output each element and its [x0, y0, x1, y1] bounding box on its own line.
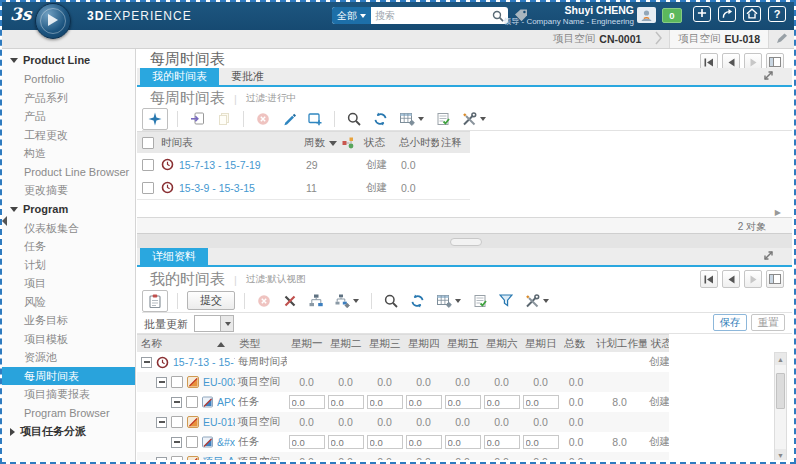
filter-button[interactable] [496, 292, 516, 309]
home-button[interactable] [743, 6, 761, 22]
column-header[interactable]: 名称 [141, 337, 162, 351]
sidebar-item[interactable]: 工程更改 [2, 126, 135, 145]
search-scope-dropdown[interactable]: 全部 [332, 7, 371, 24]
compass-button[interactable] [142, 108, 168, 130]
day-hours-input[interactable] [445, 395, 481, 409]
copy-button[interactable] [214, 110, 234, 128]
help-button[interactable]: ? [768, 6, 786, 22]
sidebar-item[interactable]: 产品 [2, 107, 135, 126]
panel-toggle-button[interactable] [766, 270, 784, 288]
row-checkbox[interactable] [171, 456, 183, 460]
share-button[interactable] [718, 6, 736, 22]
column-header[interactable]: 星期二 [330, 337, 362, 351]
checklist-button[interactable] [470, 292, 490, 310]
day-hours-input[interactable] [406, 395, 442, 409]
new-window-button[interactable] [305, 110, 325, 128]
cross-edit-button[interactable] [280, 292, 300, 310]
item-link[interactable]: EU-018 [203, 416, 235, 428]
clipboard-button[interactable] [142, 290, 168, 312]
expand-collapse-toggle[interactable] [156, 377, 167, 388]
expand-panel-icon[interactable] [763, 70, 774, 83]
structure-settings-button[interactable] [332, 292, 362, 310]
expand-collapse-toggle[interactable] [141, 357, 152, 368]
sidebar-item[interactable]: 计划 [2, 256, 135, 275]
expand-collapse-toggle[interactable] [156, 417, 167, 428]
checklist-button[interactable] [433, 110, 453, 128]
item-link[interactable]: EU-003 [203, 376, 235, 388]
day-hours-input[interactable] [523, 435, 559, 449]
delete-button[interactable] [253, 110, 273, 128]
sidebar-item[interactable]: 风险 [2, 293, 135, 312]
row-checkbox[interactable] [186, 436, 198, 448]
sidebar-section-header[interactable]: Program [2, 200, 135, 219]
structure-button[interactable] [306, 292, 326, 310]
edit-pencil-button[interactable] [279, 110, 299, 128]
timesheet-link[interactable]: 15-3-9 - 15-3-15 [179, 182, 255, 194]
sidebar-item[interactable]: 项目 [2, 274, 135, 293]
column-header-hours[interactable]: 总小时数 [399, 136, 439, 150]
expand-collapse-toggle[interactable] [171, 397, 182, 408]
item-link[interactable]: APQP& [217, 396, 235, 408]
add-button[interactable] [693, 6, 711, 22]
expand-collapse-toggle[interactable] [156, 457, 167, 461]
day-hours-input[interactable] [289, 395, 325, 409]
sidebar-section-header[interactable]: 项目任务分派 [2, 422, 135, 441]
day-hours-input[interactable] [406, 435, 442, 449]
search-button[interactable] [381, 292, 401, 310]
day-hours-input[interactable] [328, 395, 364, 409]
tab-to-approve[interactable]: 要批准 [219, 68, 276, 85]
sidebar-item[interactable]: 仪表板集合 [2, 219, 135, 238]
day-hours-input[interactable] [367, 435, 403, 449]
user-menu[interactable]: Shuyi CHENG 领导 - Company Name - Engineer… [503, 5, 634, 27]
table-settings-button[interactable] [397, 110, 427, 128]
prev-page-button[interactable] [722, 270, 740, 288]
day-hours-input[interactable] [328, 435, 364, 449]
submit-button[interactable]: 提交 [187, 291, 235, 310]
column-header[interactable]: 状态 [651, 337, 669, 351]
sidebar-section-header[interactable]: Product Line [2, 51, 135, 70]
sidebar-item[interactable]: 项目摘要报表 [2, 385, 135, 404]
item-link[interactable]: 项目-A-021 [203, 455, 235, 460]
sidebar-item[interactable]: Portfolio [2, 70, 135, 89]
search-button[interactable] [344, 110, 364, 128]
sidebar-item[interactable]: 资源池 [2, 348, 135, 367]
tab-details[interactable]: 详细资料 [140, 248, 208, 265]
first-page-button[interactable] [700, 270, 718, 288]
refresh-button[interactable] [370, 110, 391, 128]
scroll-up-button[interactable]: ▲ [775, 353, 786, 365]
tab-my-timesheets[interactable]: 我的时间表 [140, 68, 219, 85]
sidebar-item[interactable]: Program Browser [2, 404, 135, 423]
search-input[interactable] [371, 10, 488, 21]
save-button[interactable] [187, 109, 208, 128]
sidebar-item[interactable]: 项目模板 [2, 330, 135, 349]
day-hours-input[interactable] [484, 395, 520, 409]
row-checkbox[interactable] [142, 159, 154, 171]
select-all-checkbox[interactable] [142, 137, 154, 149]
reset-button[interactable]: 重置 [751, 314, 785, 331]
column-header[interactable]: 星期三 [369, 337, 401, 351]
row-checkbox[interactable] [186, 396, 198, 408]
edit-context-icon[interactable] [775, 32, 788, 47]
panel-resize-handle[interactable] [450, 238, 482, 246]
3dcompass-button[interactable] [35, 3, 71, 39]
column-header[interactable]: 总数 [564, 337, 585, 351]
notification-badge[interactable]: 0 [662, 8, 682, 23]
context-tab[interactable]: 项目空间CN-0001 [545, 30, 649, 48]
day-hours-input[interactable] [484, 435, 520, 449]
sidebar-item[interactable]: 业务目标 [2, 311, 135, 330]
sidebar-item[interactable]: 产品系列 [2, 89, 135, 108]
column-header[interactable]: 星期四 [408, 337, 440, 351]
details-table-scrollbar[interactable]: ▲ ▼ [774, 352, 787, 460]
refresh-button[interactable] [407, 292, 428, 310]
column-header-timesheet[interactable]: 时间表 [161, 136, 193, 150]
expand-panel-icon[interactable] [763, 250, 774, 263]
item-link[interactable]: 15-7-13 - 15-7-19 [173, 356, 235, 368]
batch-update-select[interactable] [194, 315, 234, 332]
column-header-weeks[interactable]: 周数 [304, 136, 325, 150]
scroll-thumb[interactable] [776, 373, 785, 409]
sidebar-item[interactable]: 更改摘要 [2, 181, 135, 200]
column-header[interactable]: 星期五 [447, 337, 479, 351]
sidebar-item[interactable]: Product Line Browser [2, 163, 135, 182]
next-page-button[interactable] [744, 270, 762, 288]
day-hours-input[interactable] [367, 395, 403, 409]
